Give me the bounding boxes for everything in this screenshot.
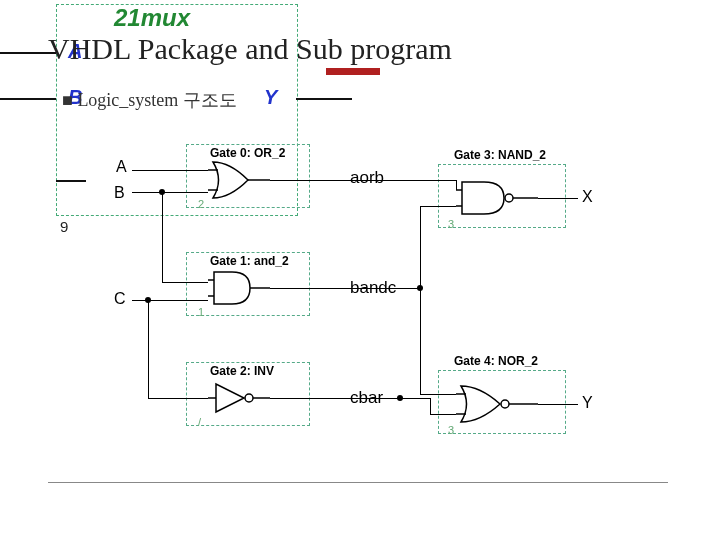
port-b: B <box>114 184 125 202</box>
gate3-label: Gate 3: NAND_2 <box>454 148 546 162</box>
wire-cbar-nor <box>430 414 456 415</box>
wire-cbar <box>270 398 430 399</box>
port-y: Y <box>582 394 593 412</box>
page-title: VHDL Package and Sub program <box>48 32 452 66</box>
svg-point-13 <box>501 400 509 408</box>
wire-c-down <box>148 300 149 398</box>
gate1-idx: 1 <box>198 306 204 318</box>
port-c: C <box>114 290 126 308</box>
wire-bandc-nor <box>420 394 456 395</box>
gate4-idx: 3 <box>448 424 454 436</box>
wire-bandc-up <box>420 206 421 288</box>
svg-point-9 <box>505 194 513 202</box>
gate0-idx: 2 <box>198 198 204 210</box>
title-underline <box>326 68 380 75</box>
wire-cbar-v <box>430 398 431 414</box>
mux-wire-b <box>0 98 56 100</box>
junction-cbar <box>397 395 403 401</box>
gate2-idx: / <box>198 416 201 428</box>
mux-wire-internal <box>56 180 86 182</box>
mux-wire-y <box>296 98 352 100</box>
signal-aorb: aorb <box>350 168 384 188</box>
mux-pin-y: Y <box>264 86 277 109</box>
wire-a-or <box>132 170 208 171</box>
wire-b-and <box>162 282 208 283</box>
port-x: X <box>582 188 593 206</box>
subtitle: ■ Logic_system 구조도 <box>62 88 237 112</box>
gate4-label: Gate 4: NOR_2 <box>454 354 538 368</box>
wire-c <box>132 300 208 301</box>
nand-gate-icon <box>456 176 546 220</box>
inv-gate-icon <box>208 376 278 420</box>
wire-c-inv <box>148 398 208 399</box>
wire-bandc-down <box>420 288 421 394</box>
and-gate-icon <box>208 266 278 310</box>
nor-gate-icon <box>456 382 546 426</box>
mux-title: 21mux <box>114 4 190 32</box>
svg-point-6 <box>245 394 253 402</box>
port-a: A <box>116 158 127 176</box>
junction-bandc <box>417 285 423 291</box>
mux-bottom-num: 9 <box>60 218 68 235</box>
wire-aorb-v <box>456 180 457 190</box>
gate3-idx: 3 <box>448 218 454 230</box>
wire-bandc <box>270 288 420 289</box>
subtitle-text: Logic_system 구조도 <box>77 90 237 110</box>
wire-aorb <box>270 180 456 181</box>
footer-rule <box>48 482 668 483</box>
junction-b <box>159 189 165 195</box>
junction-c <box>145 297 151 303</box>
wire-bandc-nand <box>420 206 456 207</box>
wire-x <box>538 198 578 199</box>
or-gate-icon <box>208 158 278 202</box>
wire-y <box>538 404 578 405</box>
wire-b-down <box>162 192 163 282</box>
wire-b <box>132 192 208 193</box>
